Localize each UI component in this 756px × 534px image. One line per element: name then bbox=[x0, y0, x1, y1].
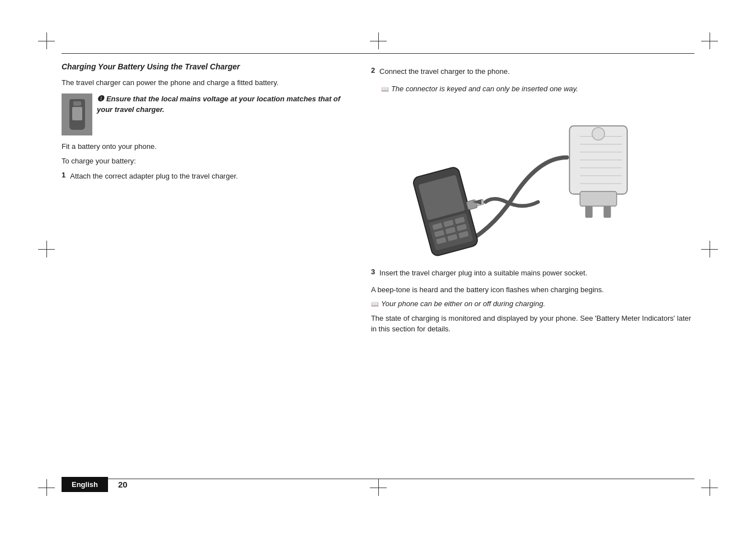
step-2: 2 Connect the travel charger to the phon… bbox=[371, 66, 694, 81]
step1-number: 1 bbox=[62, 171, 65, 185]
phone-silhouette-icon bbox=[69, 99, 85, 130]
svg-rect-11 bbox=[603, 206, 611, 218]
note2: 📖 Your phone can be either on or off dur… bbox=[371, 298, 694, 310]
crosshair-mid-right bbox=[701, 241, 718, 257]
top-divider bbox=[62, 53, 694, 54]
crosshair-top-left bbox=[38, 32, 55, 49]
warning-box: ❶ Ensure that the local mains voltage at… bbox=[62, 93, 349, 135]
beep-text: A beep-tone is heard and the battery ico… bbox=[371, 284, 694, 296]
main-content: Charging Your Battery Using the Travel C… bbox=[62, 62, 694, 472]
bottom-bar: English 20 bbox=[0, 477, 756, 492]
crosshair-mid-left bbox=[38, 241, 55, 257]
note2-text: Your phone can be either on or off durin… bbox=[381, 298, 545, 310]
step2-number: 2 bbox=[371, 66, 375, 81]
step3-text: Insert the travel charger plug into a su… bbox=[379, 268, 587, 279]
step-1: 1 Attach the correct adapter plug to the… bbox=[62, 171, 349, 185]
svg-rect-10 bbox=[585, 206, 593, 218]
svg-rect-1 bbox=[580, 191, 617, 206]
fit-text: Fit a battery onto your phone. bbox=[62, 141, 349, 152]
crosshair-top-mid bbox=[370, 32, 387, 49]
charger-svg bbox=[371, 100, 694, 268]
phone-image bbox=[62, 93, 92, 135]
note1-icon: 📖 bbox=[381, 85, 389, 94]
step1-text: Attach the correct adapter plug to the t… bbox=[70, 171, 238, 182]
step-3: 3 Insert the travel charger plug into a … bbox=[371, 268, 694, 282]
page: Charging Your Battery Using the Travel C… bbox=[0, 0, 756, 534]
state-text: The state of charging is monitored and d… bbox=[371, 313, 694, 335]
step2-text: Connect the travel charger to the phone. bbox=[379, 66, 510, 77]
intro-text: The travel charger can power the phone a… bbox=[62, 77, 349, 88]
right-column: 2 Connect the travel charger to the phon… bbox=[365, 62, 694, 472]
step3-number: 3 bbox=[371, 268, 375, 282]
svg-point-9 bbox=[592, 128, 605, 140]
charger-illustration bbox=[371, 100, 694, 268]
note1: 📖 The connector is keyed and can only be… bbox=[381, 83, 694, 95]
crosshair-top-right bbox=[701, 32, 718, 49]
note2-icon: 📖 bbox=[371, 299, 379, 309]
charge-intro: To charge your battery: bbox=[62, 156, 349, 167]
language-badge: English bbox=[62, 477, 108, 492]
page-number: 20 bbox=[118, 480, 128, 489]
warning-text: ❶ Ensure that the local mains voltage at… bbox=[97, 93, 349, 115]
warning-icon: ❶ bbox=[97, 94, 106, 103]
left-column: Charging Your Battery Using the Travel C… bbox=[62, 62, 365, 472]
note1-text: The connector is keyed and can only be i… bbox=[391, 83, 578, 95]
section-title: Charging Your Battery Using the Travel C… bbox=[62, 62, 349, 73]
